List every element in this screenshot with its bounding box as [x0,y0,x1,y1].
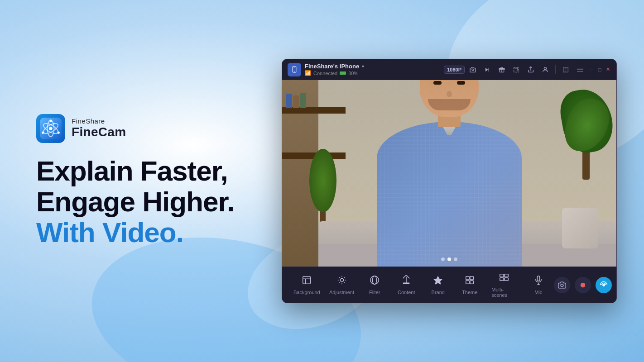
device-icon [288,63,301,76]
svg-point-16 [544,67,546,69]
tagline-line2: Engage Higher. [36,186,272,217]
svg-rect-17 [563,67,568,72]
svg-rect-33 [505,274,508,276]
app-window: FineShare's iPhone ▾ 📶 Connected 80% 108… [282,59,617,303]
logo-text-area: FineShare FineCam [72,117,126,139]
svg-rect-35 [505,277,508,280]
brand-icon [433,275,443,288]
logo-icon [36,114,65,143]
adjustment-icon [337,275,347,288]
bottom-toolbar: Background Adjustment [282,267,616,303]
multi-scenes-label: Multi-scenes [491,287,517,298]
shelf-board [282,107,346,114]
svg-rect-23 [577,71,583,71]
window-close-btn[interactable]: ✕ [605,67,611,73]
connection-status: Connected [313,71,337,76]
multi-scenes-icon [499,272,509,285]
svg-rect-28 [466,276,469,279]
background-label: Background [293,290,320,295]
title-bar: FineShare's iPhone ▾ 📶 Connected 80% 108… [282,59,616,80]
svg-marker-27 [433,276,442,284]
content-icon [401,275,411,288]
svg-rect-32 [500,274,504,276]
battery-level: 80% [348,71,358,76]
camera-capture-btn[interactable] [554,277,570,293]
device-info: FineShare's iPhone ▾ 📶 Connected 80% [305,63,440,76]
profile-btn[interactable] [539,63,552,76]
logo-product-name: FineCam [72,125,126,139]
svg-point-41 [603,284,605,286]
svg-point-7 [42,131,44,133]
svg-point-9 [294,71,295,72]
book-2 [293,95,299,108]
battery-indicator [340,71,346,75]
svg-point-40 [580,282,585,287]
tool-mic[interactable]: Mic [523,272,554,299]
tagline-line3: With Video. [36,217,272,248]
tool-adjustment[interactable]: Adjustment [325,272,358,299]
filter-label: Filter [369,290,380,295]
content-label: Content [398,290,415,295]
tool-theme[interactable]: Theme [454,272,485,299]
slide-indicators [441,257,457,261]
tool-multi-scenes[interactable]: Multi-scenes [486,269,522,301]
svg-point-25 [340,278,343,281]
svg-point-39 [561,284,563,286]
svg-rect-21 [577,67,583,68]
video-area [282,80,616,267]
svg-point-6 [58,131,60,133]
skip-btn[interactable] [481,63,494,76]
plant-right [567,89,607,180]
tool-brand[interactable]: Brand [423,272,453,299]
window-maximize-btn[interactable]: □ [596,67,603,73]
theme-label: Theme [462,290,477,295]
crop-btn[interactable] [510,63,523,76]
theme-icon [465,275,475,288]
svg-rect-24 [303,276,311,284]
brand-label: Brand [432,290,445,295]
camera-settings-btn[interactable] [466,63,479,76]
mic-label: Mic [534,290,542,295]
resolution-badge[interactable]: 1080P [444,66,465,74]
svg-rect-10 [294,67,295,67]
book-3 [300,93,306,108]
files-btn[interactable] [559,63,572,76]
logo-area: FineShare FineCam [36,114,272,143]
device-name-row: FineShare's iPhone ▾ [305,63,440,70]
page-content: FineShare FineCam Explain Faster, Engage… [0,0,644,362]
pillow [562,208,598,248]
bottom-right-controls [554,277,612,293]
window-minimize-btn[interactable]: ─ [588,67,595,73]
tagline-line1: Explain Faster, [36,156,272,186]
svg-point-5 [49,119,52,122]
tool-filter[interactable]: Filter [359,272,390,299]
adjustment-label: Adjustment [329,290,354,295]
live-broadcast-btn[interactable] [596,277,612,293]
record-btn[interactable] [575,277,591,293]
svg-rect-31 [470,280,473,283]
menu-btn[interactable] [574,63,586,76]
tagline: Explain Faster, Engage Higher. With Vide… [36,156,272,248]
svg-rect-36 [537,276,540,281]
device-status: 📶 Connected 80% [305,70,440,76]
gift-btn[interactable] [495,63,508,76]
left-panel: FineShare FineCam Explain Faster, Engage… [36,114,272,248]
svg-point-11 [472,69,474,71]
divider [555,65,556,74]
tool-background[interactable]: Background [289,272,324,299]
svg-point-4 [49,127,53,130]
svg-rect-34 [500,277,504,280]
plant-left [309,149,336,230]
tool-content[interactable]: Content [391,272,422,299]
svg-rect-26 [403,282,410,284]
person-torso [377,122,522,267]
background-icon [302,275,312,288]
wifi-icon: 📶 [305,70,311,76]
filter-icon [370,275,380,288]
logo-company-name: FineShare [72,117,126,125]
svg-rect-30 [466,280,469,283]
share-btn[interactable] [524,63,537,76]
device-name: FineShare's iPhone [305,63,359,70]
svg-rect-29 [470,276,473,279]
dropdown-arrow-icon[interactable]: ▾ [362,64,364,69]
